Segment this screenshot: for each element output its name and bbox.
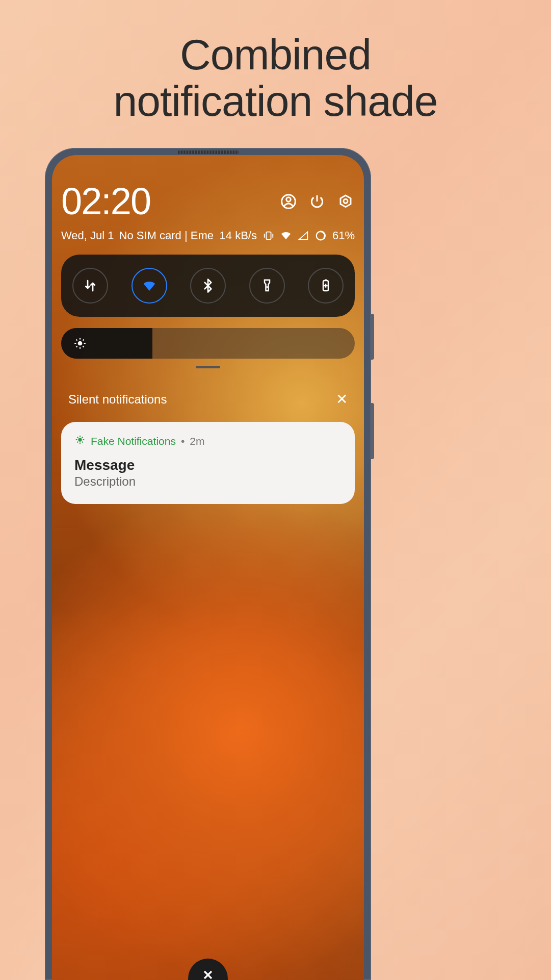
phone-mock: 02:20 Wed, Jul 1 No SIM card | Em [45, 148, 371, 980]
signal-icon [298, 230, 309, 241]
clear-silent-button[interactable]: ✕ [336, 391, 348, 408]
svg-rect-3 [266, 232, 271, 240]
brightness-fill [61, 328, 152, 359]
net-speed-text: 14 kB/s [220, 229, 257, 242]
notification-title: Message [74, 457, 342, 473]
clock: 02:20 [61, 180, 150, 223]
qs-tile-mobile-data[interactable] [72, 268, 108, 304]
svg-point-1 [286, 197, 291, 202]
notification-description: Description [74, 474, 342, 489]
battery-ring-icon [315, 230, 326, 241]
notification-card[interactable]: Fake Notifications • 2m Message Descript… [61, 422, 355, 504]
battery-pct-text: 61% [332, 229, 355, 242]
screen: 02:20 Wed, Jul 1 No SIM card | Em [52, 155, 364, 980]
notification-shade[interactable]: 02:20 Wed, Jul 1 No SIM card | Em [52, 155, 364, 980]
notification-app-icon [74, 434, 86, 448]
close-shade-button[interactable] [188, 959, 228, 980]
hero-line1: Combined [0, 32, 551, 78]
svg-point-9 [78, 438, 82, 441]
shade-drag-handle[interactable] [196, 366, 220, 368]
qs-tile-flashlight[interactable] [249, 268, 285, 304]
settings-icon[interactable] [336, 192, 355, 211]
phone-side-button [371, 403, 374, 459]
svg-point-2 [344, 199, 348, 203]
phone-speaker [177, 150, 239, 154]
status-sub-row: Wed, Jul 1 No SIM card | Emergenc 14 kB/… [61, 229, 355, 242]
hero-line2: notification shade [0, 78, 551, 124]
notification-app-name: Fake Notifications [91, 435, 176, 447]
notification-separator: • [181, 435, 185, 447]
svg-rect-7 [325, 280, 327, 281]
svg-point-5 [266, 286, 268, 288]
wifi-status-icon [280, 230, 292, 241]
top-action-icons [279, 192, 355, 211]
notification-meta: Fake Notifications • 2m [74, 434, 342, 448]
svg-point-8 [78, 341, 83, 346]
user-icon[interactable] [279, 192, 298, 211]
notification-time: 2m [190, 435, 204, 447]
vibrate-icon [263, 230, 274, 241]
phone-side-button [371, 314, 374, 360]
hero-title: Combined notification shade [0, 0, 551, 124]
date-text: Wed, Jul 1 [61, 229, 114, 242]
sim-status-text: No SIM card | Emergenc [119, 229, 214, 242]
qs-tile-wifi[interactable] [132, 268, 167, 304]
brightness-slider[interactable] [61, 328, 355, 359]
silent-section-title: Silent notifications [68, 392, 167, 407]
power-icon[interactable] [308, 192, 326, 211]
qs-tile-bluetooth[interactable] [190, 268, 226, 304]
status-top-row: 02:20 [61, 180, 355, 223]
silent-section-header: Silent notifications ✕ [61, 391, 355, 408]
brightness-icon [73, 337, 87, 350]
qs-tile-battery-saver[interactable] [308, 268, 344, 304]
quick-settings-panel [61, 255, 355, 317]
